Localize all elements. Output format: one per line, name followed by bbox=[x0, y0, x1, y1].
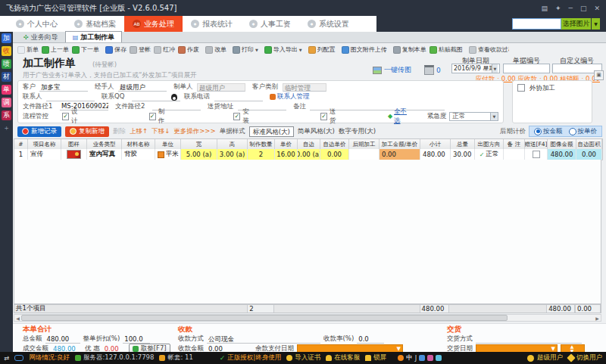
cell-项目名称[interactable]: 宣传 bbox=[28, 149, 61, 160]
col-自边单价[interactable]: 自边单价 bbox=[320, 139, 349, 149]
outsource-checkbox[interactable] bbox=[517, 84, 525, 92]
scroll-right-icon[interactable]: ▶ bbox=[594, 315, 601, 321]
col-#[interactable]: # bbox=[14, 139, 28, 149]
date-select[interactable]: 2016/9/9 星期五 ▼ bbox=[451, 64, 500, 73]
toolbar-复制本单[interactable]: 复制本单 bbox=[392, 45, 428, 54]
tab-processing-order[interactable]: ▤ 加工制作单 bbox=[65, 31, 123, 42]
cell-出图方向[interactable]: ✓正常 bbox=[475, 149, 504, 160]
style-simple[interactable]: 简单风格(大) bbox=[298, 127, 335, 136]
checkbox-checked-icon[interactable]: ✓ bbox=[320, 113, 327, 120]
cell-赠送[F4][interactable] bbox=[525, 149, 548, 160]
cell-宽[interactable]: 5.00 (a) bbox=[181, 149, 217, 160]
toolbar-红冲[interactable]: 红冲 bbox=[152, 45, 176, 54]
col-材料名称[interactable]: 材料名称 bbox=[122, 139, 155, 149]
payment-rate-input[interactable]: 0.0 bbox=[357, 335, 384, 344]
menu-item-个人中心[interactable]: ●个人中心 bbox=[8, 16, 66, 32]
scrollbar-thumb[interactable] bbox=[21, 315, 508, 321]
close-button[interactable]: ✕ bbox=[594, 5, 600, 12]
toolbar-图文附件上传[interactable]: 图文附件上传 bbox=[340, 45, 389, 54]
discount-input[interactable]: 100.0 bbox=[123, 335, 150, 344]
col-业务类型[interactable]: 业务类型 bbox=[87, 139, 122, 149]
copy-row-button[interactable]: 复制新增 bbox=[65, 126, 109, 137]
more-actions-button[interactable]: 更多操作>>> bbox=[173, 127, 215, 136]
order-number-input[interactable] bbox=[503, 64, 550, 73]
toolbar-作废[interactable]: 作废 bbox=[176, 45, 201, 54]
col-出图方向[interactable]: 出图方向 bbox=[475, 139, 504, 149]
sidebar-item-加[interactable]: 加 bbox=[2, 33, 11, 43]
toolbar-导入导出[interactable]: 导入导出▼ bbox=[263, 45, 304, 54]
menu-item-基础档案[interactable]: ●基础档案 bbox=[66, 16, 124, 32]
col-制作数量[interactable]: 制作数量 bbox=[248, 139, 275, 149]
col-高[interactable]: 高 bbox=[217, 139, 248, 149]
input-客户[interactable]: 加多宝 bbox=[39, 83, 88, 92]
select-none-link[interactable]: ◆ 全不选 bbox=[388, 107, 411, 126]
pricing-by-unit[interactable]: 按单价 bbox=[569, 127, 598, 136]
input-经手人[interactable]: 超级用户 bbox=[118, 83, 167, 92]
online-service-button[interactable]: 在线客服 bbox=[326, 353, 360, 362]
choose-image-button[interactable]: 选择图片 bbox=[561, 18, 591, 30]
cell-制作数量[interactable]: 2 bbox=[248, 149, 275, 160]
col-自边[interactable]: 自边 bbox=[298, 139, 320, 149]
col-后期加工[interactable]: 后期加工 bbox=[349, 139, 380, 149]
col-图样[interactable]: 图样 bbox=[61, 139, 87, 149]
checkbox-checked-icon[interactable]: ✓ bbox=[62, 113, 69, 120]
style-standard[interactable]: 标准风格(大) bbox=[249, 126, 294, 137]
scroll-left-icon[interactable]: ◀ bbox=[14, 315, 21, 321]
process-deliver[interactable]: ✓ 送货 bbox=[320, 107, 341, 126]
col-单位[interactable]: 单位 bbox=[155, 139, 181, 149]
col-总量[interactable]: 总量 bbox=[451, 139, 475, 149]
menu-item-人事工资[interactable]: ●人事工资 bbox=[241, 16, 299, 32]
cell-单价[interactable]: 16.00 bbox=[275, 149, 298, 160]
col-项目名称[interactable]: 项目名称 bbox=[28, 139, 61, 149]
urgency-caret-icon[interactable]: ▼ bbox=[490, 113, 498, 120]
cell-高[interactable]: 3.00 (a) bbox=[217, 149, 248, 160]
cell-小计[interactable]: 480.00 bbox=[420, 149, 451, 160]
sidebar-item-材[interactable]: 材 bbox=[2, 72, 11, 82]
one-click-image-link[interactable]: 一键传图 bbox=[373, 65, 411, 75]
gift-checkbox[interactable] bbox=[533, 151, 540, 158]
cell-加工金额/单价[interactable]: 0.00 bbox=[380, 149, 420, 160]
menu-item-报表统计[interactable]: ●报表统计 bbox=[183, 16, 241, 32]
cell-单位[interactable]: 平米 bbox=[155, 149, 181, 160]
image-search-input[interactable] bbox=[512, 18, 561, 30]
toolbar-粘贴截图[interactable]: 粘贴截图 bbox=[428, 45, 464, 54]
switch-user-button[interactable]: 切换用户 bbox=[568, 353, 602, 362]
move-up-button[interactable]: 上移↑ bbox=[130, 127, 148, 136]
sidebar-item-单[interactable]: 单 bbox=[2, 85, 11, 95]
toolbar-下一单[interactable]: 下一单 bbox=[70, 45, 101, 54]
sidebar-item-系[interactable]: 系 bbox=[2, 110, 11, 120]
checkbox-checked-icon[interactable]: ✓ bbox=[233, 113, 240, 120]
page-icon[interactable]: ▤ bbox=[541, 5, 548, 12]
process-install[interactable]: ✓ 安装 bbox=[233, 107, 254, 126]
cell-后期加工[interactable] bbox=[349, 149, 380, 160]
move-down-button[interactable]: 下移↓ bbox=[152, 127, 170, 136]
col-加工金额/单价[interactable]: 加工金额/单价 bbox=[380, 139, 420, 149]
process-make[interactable]: ✓ 制作 bbox=[149, 107, 170, 126]
link-联系人管理[interactable]: 联系人管理 bbox=[277, 92, 314, 101]
cell-图样[interactable] bbox=[61, 149, 87, 160]
sidebar-item-喷[interactable]: 喷 bbox=[2, 59, 11, 69]
tab-business-wizard[interactable]: ✣ 业务向导 bbox=[17, 32, 65, 42]
process-design[interactable]: ✓ 设计 bbox=[62, 107, 83, 126]
col-赠送[F4][interactable]: 赠送[F4] bbox=[525, 139, 548, 149]
cell-自边[interactable]: 0.00 (a) bbox=[298, 149, 320, 160]
minimize-button[interactable]: ─ bbox=[569, 5, 573, 12]
menu-item-系统设置[interactable]: ●系统设置 bbox=[299, 16, 358, 32]
add-row-button[interactable]: 新增记录 bbox=[17, 126, 61, 137]
toolbar-新单[interactable]: 新单 bbox=[16, 45, 40, 54]
thumbnail-image[interactable] bbox=[67, 150, 81, 159]
sidebar-item-调[interactable]: 调 bbox=[2, 98, 11, 107]
pin-icon[interactable]: ✦ bbox=[555, 5, 561, 12]
cell-#[interactable]: 1 bbox=[14, 149, 28, 160]
import-cert-button[interactable]: 导入证书 bbox=[286, 353, 320, 362]
delete-row-button[interactable]: 删除 bbox=[113, 127, 126, 136]
toolbar-上一单[interactable]: 上一单 bbox=[40, 45, 70, 54]
qq-icon[interactable] bbox=[171, 94, 177, 101]
menu-item-业务处理[interactable]: AB业务处理 bbox=[124, 16, 183, 32]
col-自边面积[interactable]: 自边面积 bbox=[576, 139, 602, 149]
cell-自边面积[interactable]: 0.00 bbox=[576, 149, 602, 160]
cell-备 注[interactable] bbox=[504, 149, 525, 160]
sidebar-item-收[interactable]: 收 bbox=[2, 46, 11, 56]
lock-screen-button[interactable]: 锁屏 bbox=[365, 353, 386, 362]
sync-icon[interactable]: ⇄ bbox=[4, 354, 9, 362]
